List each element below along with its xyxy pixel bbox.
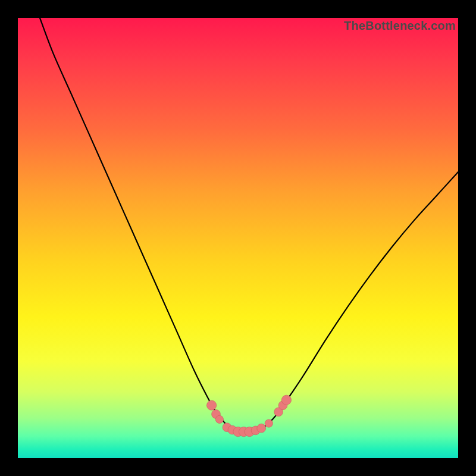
plot-area <box>18 18 458 458</box>
chart-frame: TheBottleneck.com <box>0 0 476 476</box>
